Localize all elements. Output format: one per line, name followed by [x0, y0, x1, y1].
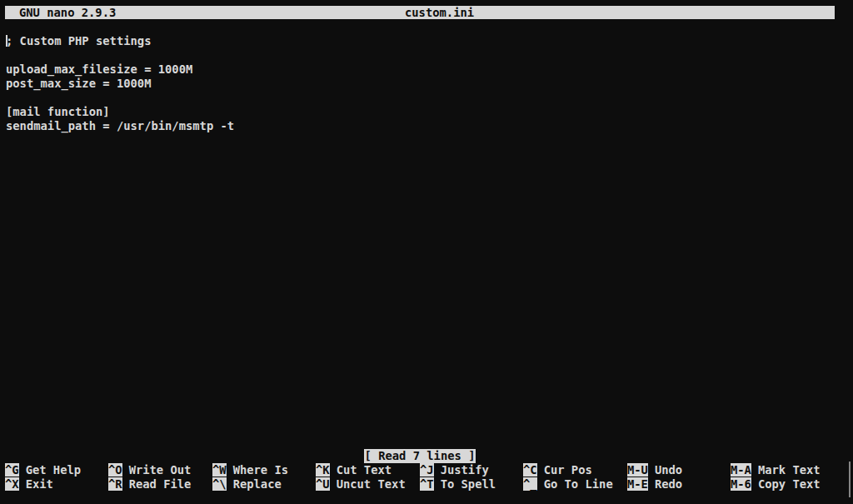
shortcut-cur-pos[interactable]: ^CCur Pos: [523, 463, 592, 477]
key-badge: ^K: [316, 463, 330, 477]
key-badge: ^J: [420, 463, 434, 477]
window-edge-line: [849, 462, 851, 497]
editor-line: upload_max_filesize = 1000M: [6, 62, 192, 77]
shortcut-label: Replace: [233, 477, 282, 491]
editor-line: ; Custom PHP settings: [6, 34, 151, 48]
shortcut-label: Where Is: [233, 463, 288, 477]
shortcut-read-file[interactable]: ^RRead File: [108, 477, 191, 492]
shortcut-to-spell[interactable]: ^TTo Spell: [420, 477, 496, 492]
shortcut-label: Get Help: [26, 463, 81, 477]
shortcut-justify[interactable]: ^JJustify: [420, 463, 489, 477]
key-badge: ^O: [108, 463, 122, 477]
editor-line: sendmail_path = /usr/bin/msmtp -t: [6, 119, 234, 133]
shortcut-replace[interactable]: ^\Replace: [212, 477, 282, 492]
terminal-screen: GNU nano 2.9.3 custom.ini ; Custom PHP s…: [0, 0, 853, 504]
shortcut-label: Redo: [655, 477, 682, 491]
editor-line: post_max_size = 1000M: [6, 77, 151, 91]
shortcut-label: Go To Line: [544, 477, 613, 491]
shortcut-go-to-line[interactable]: ^_Go To Line: [523, 477, 613, 492]
shortcut-label: Copy Text: [758, 477, 821, 491]
key-badge: ^_: [523, 477, 537, 491]
nano-title-bar: GNU nano 2.9.3 custom.ini: [5, 6, 835, 19]
shortcut-get-help[interactable]: ^GGet Help: [5, 463, 81, 477]
key-badge: ^R: [108, 477, 122, 491]
shortcut-label: Cut Text: [337, 463, 392, 477]
status-message: [ Read 7 lines ]: [364, 449, 476, 463]
key-badge: M-U: [627, 463, 648, 477]
shortcut-copy-text[interactable]: M-6Copy Text: [731, 477, 821, 492]
shortcut-label: Mark Text: [758, 463, 821, 477]
shortcut-mark-text[interactable]: M-AMark Text: [731, 463, 821, 477]
key-badge: M-E: [627, 477, 648, 491]
shortcut-label: Uncut Text: [337, 477, 406, 491]
key-badge: ^X: [5, 477, 19, 491]
shortcut-label: Read File: [129, 477, 192, 491]
key-badge: ^W: [212, 463, 227, 477]
shortcut-label: Justify: [441, 463, 489, 477]
shortcut-label: Undo: [655, 463, 682, 477]
key-badge: M-6: [731, 477, 751, 491]
editor-line: [mail function]: [6, 105, 110, 119]
shortcut-label: Write Out: [129, 463, 192, 477]
shortcut-label: Exit: [26, 477, 53, 491]
shortcut-exit[interactable]: ^XExit: [5, 477, 53, 492]
shortcut-undo[interactable]: M-UUndo: [627, 463, 682, 477]
key-badge: ^T: [420, 477, 434, 491]
editor-area[interactable]: ; Custom PHP settings upload_max_filesiz…: [0, 20, 853, 445]
shortcut-label: To Spell: [441, 477, 496, 491]
nano-version: GNU nano 2.9.3: [19, 6, 116, 19]
shortcut-uncut-text[interactable]: ^UUncut Text: [316, 477, 406, 492]
key-badge: ^C: [523, 463, 537, 477]
status-bar: [ Read 7 lines ]: [5, 449, 835, 463]
key-badge: ^G: [5, 463, 19, 477]
shortcut-redo[interactable]: M-ERedo: [627, 477, 682, 492]
file-name: custom.ini: [405, 6, 474, 19]
key-badge: M-A: [731, 463, 751, 477]
shortcut-where-is[interactable]: ^WWhere Is: [212, 463, 288, 477]
shortcut-write-out[interactable]: ^OWrite Out: [108, 463, 191, 477]
key-badge: ^U: [316, 477, 330, 491]
shortcut-cut-text[interactable]: ^KCut Text: [316, 463, 392, 477]
key-badge: ^\: [212, 477, 227, 491]
shortcut-label: Cur Pos: [544, 463, 592, 477]
